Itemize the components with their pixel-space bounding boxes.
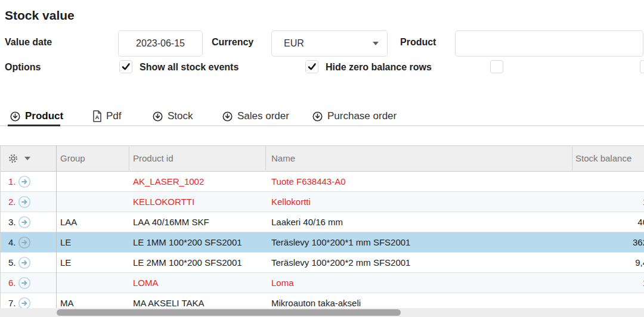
open-row-arrow-icon[interactable] — [18, 195, 31, 209]
chevron-down-icon — [373, 42, 379, 45]
download-circle-icon — [152, 111, 163, 122]
product-input[interactable] — [455, 30, 643, 57]
row-number: 1. — [8, 172, 16, 191]
options-label: Options — [5, 62, 41, 73]
open-row-arrow-icon[interactable] — [18, 175, 31, 188]
chevron-down-icon — [24, 157, 30, 160]
checkbox-label-show-all-stock-events: Show all stock events — [140, 62, 239, 73]
cell-group: LAA — [60, 212, 77, 232]
product-label: Product — [400, 37, 436, 48]
cell-stock-balance: 362 — [633, 232, 644, 252]
pdf-file-icon: A — [92, 110, 102, 122]
cell-name: Teräslevy 100*200*2 mm SFS2001 — [271, 253, 410, 272]
cell-group: LE — [60, 253, 71, 272]
checkbox-hide-zero-balance-rows[interactable] — [305, 60, 318, 73]
currency-select[interactable]: EUR — [271, 30, 388, 57]
cell-product-id: LE 2MM 100*200 SFS2001 — [133, 253, 242, 272]
currency-selected-value: EUR — [284, 38, 373, 49]
tab-label: Product — [25, 110, 63, 122]
open-row-arrow-icon[interactable] — [18, 256, 31, 269]
table-row[interactable]: 3. LAA LAA 40/16MM SKF Laakeri 40/16 mm … — [1, 212, 644, 232]
column-settings-button[interactable] — [8, 153, 30, 164]
checkbox-use-cost-price[interactable] — [490, 60, 503, 73]
cell-name: Tuote F638443-A0 — [271, 172, 346, 191]
row-number: 3. — [8, 212, 16, 232]
checkbox-label-hide-zero-balance-rows: Hide zero balance rows — [326, 62, 432, 73]
active-tab-underline — [8, 125, 60, 126]
cell-group: LE — [60, 232, 71, 252]
cell-product-id: LE 1MM 100*200 SFS2001 — [133, 232, 242, 252]
cell-name: Laakeri 40/16 mm — [271, 212, 343, 232]
column-header-stock-balance[interactable]: Stock balance — [575, 146, 631, 171]
checkbox-show-all-stock-events[interactable] — [119, 60, 132, 73]
gear-icon — [8, 153, 18, 164]
cell-name: Kellokortti — [271, 192, 311, 212]
tabs-bottom-border — [0, 125, 644, 126]
row-number: 6. — [8, 273, 16, 293]
column-separator — [129, 147, 129, 170]
download-circle-icon — [10, 111, 21, 122]
tab-product[interactable]: Product — [10, 107, 63, 125]
currency-label: Currency — [212, 37, 253, 48]
table-row[interactable]: 2. KELLOKORTTI Kellokortti 1 — [1, 192, 644, 212]
open-row-arrow-icon[interactable] — [18, 236, 31, 249]
column-header-product-id[interactable]: Product id — [133, 146, 174, 171]
tab-stock[interactable]: Stock — [152, 107, 193, 125]
row-number: 4. — [8, 232, 16, 252]
checkbox-partial-right[interactable] — [640, 60, 644, 73]
column-header-name[interactable]: Name — [271, 146, 295, 171]
cell-product-id: LOMA — [133, 273, 159, 293]
tab-sales-order[interactable]: Sales order — [222, 107, 289, 125]
row-number: 2. — [8, 192, 16, 212]
cell-name: Teräslevy 100*200*1 mm SFS2001 — [271, 232, 410, 252]
tab-pdf[interactable]: A Pdf — [92, 107, 122, 125]
table-row[interactable]: 6. LOMA Loma 1 — [1, 273, 644, 293]
cell-name: Loma — [271, 273, 294, 293]
first-column-divider — [56, 145, 57, 308]
table-header: Group Product id Name Stock balance — [0, 145, 644, 172]
svg-text:A: A — [95, 114, 99, 120]
horizontal-scrollbar-track[interactable] — [0, 308, 644, 317]
cell-product-id: LAA 40/16MM SKF — [133, 212, 209, 232]
column-separator — [265, 147, 266, 170]
tab-label: Stock — [168, 110, 193, 122]
checkmark-icon — [307, 62, 317, 72]
tab-label: Purchase order — [327, 110, 397, 122]
value-date-label: Value date — [5, 37, 52, 48]
cell-stock-balance: 9,4 — [635, 253, 644, 272]
open-row-arrow-icon[interactable] — [18, 216, 31, 229]
tab-label: Sales order — [237, 110, 289, 122]
download-circle-icon — [312, 111, 323, 122]
horizontal-scrollbar-thumb[interactable] — [57, 309, 401, 316]
row-number: 5. — [8, 253, 16, 272]
table-row[interactable]: 1. AK_LASER_1002 Tuote F638443-A0 — [1, 172, 644, 192]
table-row[interactable]: 4. LE LE 1MM 100*200 SFS2001 Teräslevy 1… — [1, 232, 644, 253]
checkmark-icon — [121, 62, 131, 72]
stock-value-page: Stock value Value date Currency EUR Prod… — [0, 0, 644, 317]
download-circle-icon — [222, 111, 233, 122]
value-date-input[interactable] — [118, 30, 203, 57]
page-title: Stock value — [5, 8, 75, 23]
cell-product-id: KELLOKORTTI — [133, 192, 194, 212]
open-row-arrow-icon[interactable] — [18, 276, 31, 290]
column-separator — [572, 147, 572, 170]
tab-purchase-order[interactable]: Purchase order — [312, 107, 397, 125]
cell-stock-balance: 40 — [637, 212, 644, 232]
cell-product-id: AK_LASER_1002 — [133, 172, 204, 191]
table-body: 1. AK_LASER_1002 Tuote F638443-A0 2. KEL… — [0, 172, 644, 313]
table-row[interactable]: 5. LE LE 2MM 100*200 SFS2001 Teräslevy 1… — [1, 253, 644, 273]
tab-label: Pdf — [106, 110, 122, 122]
column-header-group[interactable]: Group — [60, 146, 85, 171]
